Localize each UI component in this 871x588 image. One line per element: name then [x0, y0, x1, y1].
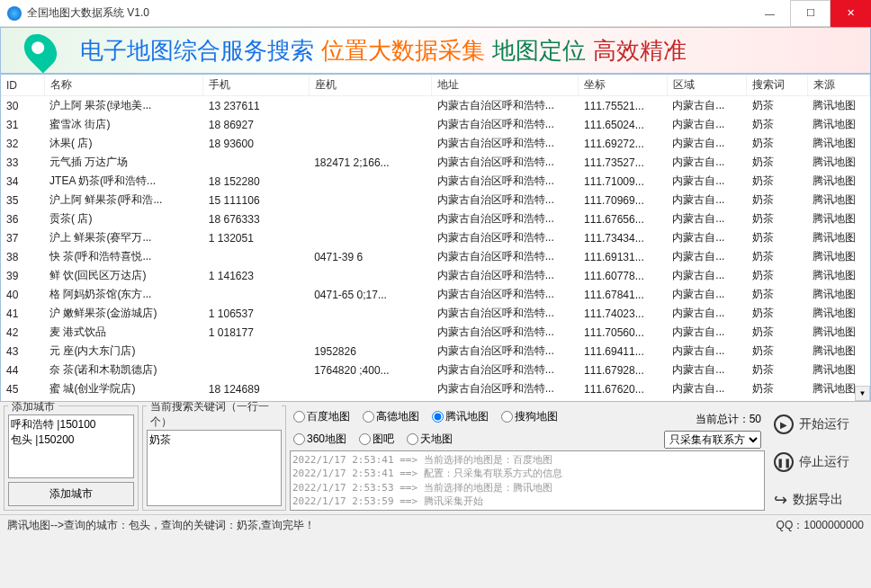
table-row[interactable]: 41沪 嫩鲜果茶(金游城店)1 106537内蒙古自治区呼和浩特...111.7…: [1, 304, 870, 323]
cell-name: JTEA 奶茶(呼和浩特...: [44, 172, 203, 191]
cell-kw: 奶茶: [747, 228, 807, 247]
map-radio[interactable]: 腾讯地图: [432, 409, 489, 424]
cell-id: 33: [1, 153, 44, 172]
log-box[interactable]: 2022/1/17 2:53:41 ==> 当前选择的地图是：百度地图2022/…: [290, 450, 765, 511]
banner-text-1: 电子地图综合服务搜索: [80, 35, 314, 67]
table-row[interactable]: 35沪上阿 鲜果茶(呼和浩...15 111106内蒙古自治区呼和浩特...11…: [1, 191, 870, 209]
column-header[interactable]: 座机: [309, 75, 432, 96]
cell-area: 内蒙古自...: [667, 153, 746, 172]
cell-tel: 0471-65 0;17...: [309, 285, 432, 304]
cell-kw: 奶茶: [747, 153, 807, 172]
column-header[interactable]: 名称: [44, 75, 203, 96]
column-header[interactable]: 搜索词: [747, 75, 807, 96]
cell-phone: [203, 361, 309, 379]
map-radio[interactable]: 高德地图: [363, 409, 419, 424]
cell-src: 腾讯地图: [807, 134, 869, 153]
cell-addr: 内蒙古自治区呼和浩特...: [432, 247, 579, 266]
table-row[interactable]: 37沪上 鲜果茶(赛罕万...1 132051内蒙古自治区呼和浩特...111.…: [1, 228, 870, 247]
map-radio[interactable]: 天地图: [407, 432, 453, 447]
cell-phone: 1 018177: [203, 323, 309, 342]
column-header[interactable]: 区域: [667, 75, 746, 96]
table-row[interactable]: 46茶物 彩城购物中心店15 65709内蒙古自治区呼和浩特...111.663…: [1, 398, 870, 402]
cell-id: 31: [1, 115, 44, 134]
table-row[interactable]: 31蜜雪冰 街店)18 86927内蒙古自治区呼和浩特...111.65024.…: [1, 115, 870, 134]
cell-phone: 18 152280: [203, 172, 309, 191]
stop-button[interactable]: ❚❚ 停止运行: [772, 447, 864, 477]
map-radio[interactable]: 百度地图: [293, 409, 350, 424]
export-button[interactable]: ↪ 数据导出: [772, 485, 864, 515]
cell-coord: 111.60778...: [579, 266, 667, 285]
map-radio-row-2: 360地图图吧天地图: [290, 428, 660, 450]
cell-name: 沐果( 店): [44, 134, 203, 153]
table-row[interactable]: 43元 座(内大东门店)1952826内蒙古自治区呼和浩特...111.6941…: [1, 342, 870, 361]
table-row[interactable]: 40格 阿妈奶茶馆(东方...0471-65 0;17...内蒙古自治区呼和浩特…: [1, 285, 870, 304]
cell-coord: 111.67841...: [579, 285, 667, 304]
table-row[interactable]: 30沪上阿 果茶(绿地美...13 237611内蒙古自治区呼和浩特...111…: [1, 96, 870, 116]
cell-area: 内蒙古自...: [667, 285, 746, 304]
cell-tel: [309, 209, 432, 228]
cell-name: 鲜 饮(回民区万达店): [44, 266, 203, 285]
status-text: 腾讯地图-->查询的城市：包头，查询的关键词：奶茶,查询完毕！: [7, 518, 315, 533]
qq-label: QQ：1000000000: [777, 518, 864, 533]
map-radio[interactable]: 搜狗地图: [501, 409, 558, 424]
filter-select[interactable]: 只采集有联系方: [664, 431, 761, 449]
start-button[interactable]: ▶ 开始运行: [772, 409, 864, 440]
table-row[interactable]: 33元气插 万达广场182471 2;166...内蒙古自治区呼和浩特...11…: [1, 153, 870, 172]
cell-src: 腾讯地图: [807, 361, 869, 379]
cell-phone: 1 141623: [203, 266, 309, 285]
pause-icon: ❚❚: [774, 452, 794, 472]
cell-tel: [309, 379, 432, 398]
column-header[interactable]: 来源: [807, 75, 869, 96]
cell-addr: 内蒙古自治区呼和浩特...: [432, 361, 579, 379]
keyword-textarea[interactable]: [147, 430, 282, 506]
cell-tel: [309, 134, 432, 153]
cell-name: 快 茶(呼和浩特喜悦...: [44, 247, 203, 266]
maximize-button[interactable]: ☐: [790, 0, 831, 27]
cell-area: 内蒙古自...: [667, 228, 746, 247]
keyword-title: 当前搜索关键词（一行一个）: [147, 399, 282, 430]
close-button[interactable]: ✕: [831, 0, 871, 27]
table-row[interactable]: 42麦 港式饮品1 018177内蒙古自治区呼和浩特...111.70560..…: [1, 323, 870, 342]
cell-coord: 111.74023...: [579, 304, 667, 323]
column-header[interactable]: 坐标: [579, 75, 667, 96]
city-textarea[interactable]: [8, 414, 134, 478]
cell-kw: 奶茶: [747, 379, 807, 398]
table-row[interactable]: 44奈 茶(诺和木勒凯德店)1764820 ;400...内蒙古自治区呼和浩特.…: [1, 361, 870, 379]
table-row[interactable]: 39鲜 饮(回民区万达店)1 141623内蒙古自治区呼和浩特...111.60…: [1, 266, 870, 285]
cell-name: 格 阿妈奶茶馆(东方...: [44, 285, 203, 304]
column-header[interactable]: ID: [1, 75, 44, 96]
table-row[interactable]: 38快 茶(呼和浩特喜悦...0471-39 6内蒙古自治区呼和浩特...111…: [1, 247, 870, 266]
cell-name: 蜜雪冰 街店): [44, 115, 203, 134]
column-header[interactable]: 地址: [432, 75, 579, 96]
cell-addr: 内蒙古自治区呼和浩特...: [432, 115, 579, 134]
cell-kw: 奶茶: [747, 266, 807, 285]
map-radio[interactable]: 图吧: [359, 432, 394, 447]
cell-phone: [203, 342, 309, 361]
cell-area: 内蒙古自...: [667, 191, 746, 209]
data-table-container[interactable]: ID名称手机座机地址坐标区域搜索词来源 30沪上阿 果茶(绿地美...13 23…: [0, 74, 871, 402]
cell-addr: 内蒙古自治区呼和浩特...: [432, 134, 579, 153]
add-city-button[interactable]: 添加城市: [8, 482, 134, 506]
cell-name: 沪上阿 果茶(绿地美...: [44, 96, 203, 116]
cell-area: 内蒙古自...: [667, 342, 746, 361]
minimize-button[interactable]: —: [750, 0, 790, 27]
cell-src: 腾讯地图: [807, 209, 869, 228]
table-row[interactable]: 36贡茶( 店)18 676333内蒙古自治区呼和浩特...111.67656.…: [1, 209, 870, 228]
cell-kw: 奶茶: [747, 134, 807, 153]
logo-pin-icon: [19, 29, 62, 72]
cell-area: 内蒙古自...: [667, 247, 746, 266]
table-row[interactable]: 45蜜 城(创业学院店)18 124689内蒙古自治区呼和浩特...111.67…: [1, 379, 870, 398]
table-row[interactable]: 32沐果( 店)18 93600内蒙古自治区呼和浩特...111.69272..…: [1, 134, 870, 153]
cell-id: 46: [1, 398, 44, 402]
cell-area: 内蒙古自...: [667, 172, 746, 191]
column-header[interactable]: 手机: [203, 75, 309, 96]
cell-phone: 18 93600: [203, 134, 309, 153]
scroll-down-icon[interactable]: ▼: [855, 386, 870, 401]
map-radio[interactable]: 360地图: [293, 432, 346, 447]
cell-id: 39: [1, 266, 44, 285]
table-row[interactable]: 34JTEA 奶茶(呼和浩特...18 152280内蒙古自治区呼和浩特...1…: [1, 172, 870, 191]
cell-coord: 111.71009...: [579, 172, 667, 191]
cell-tel: [309, 266, 432, 285]
cell-id: 44: [1, 361, 44, 379]
cell-tel: 182471 2;166...: [309, 153, 432, 172]
